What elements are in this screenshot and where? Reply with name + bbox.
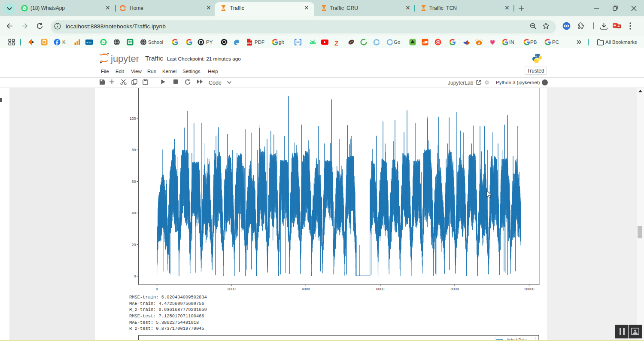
svg-text:2000: 2000	[227, 287, 235, 291]
svg-text:10000: 10000	[524, 287, 534, 291]
svg-text:6000: 6000	[376, 287, 384, 291]
svg-text:60: 60	[132, 180, 136, 184]
svg-text:100: 100	[130, 116, 136, 121]
svg-text:0: 0	[134, 274, 136, 278]
svg-text:20: 20	[132, 243, 136, 247]
svg-text:40: 40	[132, 211, 136, 215]
svg-text:80: 80	[132, 148, 136, 152]
svg-text:8000: 8000	[450, 287, 459, 291]
svg-text:0: 0	[156, 287, 158, 291]
svg-text:4000: 4000	[302, 287, 310, 291]
